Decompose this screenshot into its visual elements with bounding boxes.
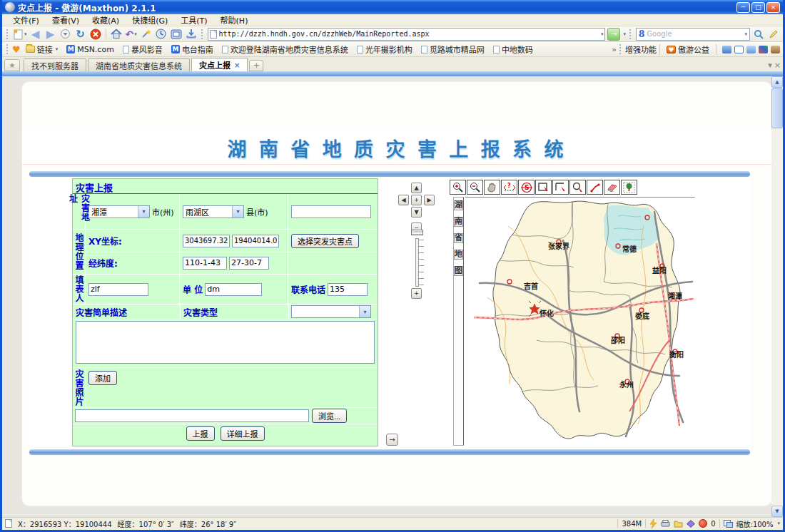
address-caret-icon[interactable]: ▾	[601, 31, 604, 37]
map-tool-full-extent[interactable]: S	[518, 180, 535, 195]
bookmark-msn[interactable]: M MSN.com	[63, 45, 118, 54]
side-char[interactable]: 南	[454, 217, 463, 227]
refresh-button[interactable]: ↻	[74, 28, 87, 41]
hunan-map-canvas[interactable]: 张家界 常德 益阳 吉首 怀化 湘潭 娄底 邵阳 衡阳 永州	[465, 197, 695, 446]
menu-file[interactable]: 文件(F)	[6, 14, 46, 26]
longitude-input[interactable]	[183, 257, 227, 270]
vertical-scrollbar[interactable]: ▲ ▼	[771, 76, 783, 517]
sidebar-icon[interactable]	[746, 46, 756, 53]
pan-center-button[interactable]: +	[411, 195, 422, 205]
menu-help[interactable]: 帮助(H)	[214, 14, 255, 26]
new-page-button[interactable]: ▾	[13, 28, 27, 41]
pan-up-button[interactable]: ▲	[411, 183, 422, 193]
file-path-input[interactable]	[75, 409, 309, 422]
scroll-up-icon[interactable]: ▲	[771, 76, 783, 88]
print-button[interactable]	[661, 520, 670, 528]
minimize-button[interactable]: ─	[736, 2, 750, 13]
tab-disaster-report[interactable]: 灾点上报 ×	[191, 58, 248, 71]
bookmark-radio[interactable]: M 电台指南	[168, 44, 217, 55]
zoom-slider-thumb[interactable]	[411, 230, 423, 235]
zoom-caret-icon[interactable]: ▾	[777, 521, 780, 526]
county-select[interactable]: 雨湖区 ▾	[183, 205, 244, 218]
undo-button[interactable]: ↶ ▾	[125, 28, 138, 41]
map-tool-zoom-rect[interactable]	[552, 180, 569, 195]
maximize-button[interactable]: □	[751, 2, 765, 13]
pan-right-button[interactable]: ▶	[424, 195, 435, 205]
menu-groups[interactable]: 快捷组(G)	[126, 14, 174, 26]
map-tool-zoom-out[interactable]	[467, 180, 483, 195]
map-tool-draw-polyline[interactable]	[587, 180, 603, 195]
history-dropdown-button[interactable]	[59, 28, 72, 41]
ad-blocker-button[interactable]	[699, 519, 707, 528]
zoom-window-button[interactable]	[724, 520, 733, 528]
search-input[interactable]: Google	[647, 30, 741, 38]
side-char[interactable]: 图	[454, 266, 463, 276]
reporter-name-input[interactable]	[88, 283, 148, 296]
close-button[interactable]: ×	[766, 2, 780, 13]
history-button[interactable]	[155, 28, 168, 41]
menu-tools[interactable]: 工具(T)	[174, 14, 213, 26]
latitude-input[interactable]	[229, 257, 269, 270]
favorites-heart-icon[interactable]: ♥	[12, 44, 21, 55]
boost-button[interactable]	[649, 519, 657, 528]
bookmark-links-folder[interactable]: 链接 ▾	[22, 44, 62, 55]
bookmark-zhongdi[interactable]: 中地数码	[490, 44, 537, 55]
map-tool-zoom-in[interactable]	[450, 180, 466, 195]
y-coordinate-input[interactable]	[232, 235, 279, 247]
city-select[interactable]: 湘潭 ▾	[88, 205, 150, 218]
maxthon-charity-button[interactable]: ♥ 傲游公益	[663, 44, 713, 55]
map-tool-layer-tree[interactable]	[621, 180, 637, 195]
tab-server-not-found[interactable]: 找不到服务器	[24, 58, 86, 71]
snapshot-button[interactable]	[170, 28, 183, 41]
pan-left-button[interactable]: ◀	[398, 195, 409, 205]
address-bar[interactable]: http://dzzh.hndh.gov.cn/dzzhWeb/MainRepo…	[208, 28, 606, 41]
map-tool-eraser[interactable]	[604, 180, 620, 195]
highlight-button[interactable]	[767, 28, 780, 41]
side-char[interactable]: 地	[454, 250, 463, 260]
security-icon[interactable]	[771, 46, 780, 53]
description-textarea[interactable]	[76, 321, 375, 364]
tab-hunan-geo-system[interactable]: 湖南省地质灾害信息系统	[88, 58, 190, 71]
map-tool-pan[interactable]	[484, 180, 500, 195]
map-tool-measure[interactable]: ?	[501, 180, 517, 195]
download-button[interactable]	[185, 28, 198, 41]
back-button[interactable]: ◀	[29, 28, 42, 41]
scroll-thumb[interactable]	[771, 88, 783, 128]
add-photo-button[interactable]: 添加	[88, 371, 117, 385]
menu-favorites[interactable]: 收藏(A)	[86, 14, 126, 26]
scroll-down-icon[interactable]: ▼	[771, 506, 783, 517]
bookmark-photo[interactable]: 光年摄影机构	[353, 44, 416, 55]
search-box[interactable]: 8 Google ▾	[636, 28, 750, 41]
proxy-icon[interactable]	[759, 46, 768, 53]
map-tool-select-circle[interactable]	[569, 180, 586, 195]
bookmark-baofeng[interactable]: 暴风影音	[119, 44, 166, 55]
address-detail-input[interactable]	[291, 205, 371, 218]
skin-icon[interactable]	[722, 46, 731, 53]
filter-button[interactable]	[687, 520, 695, 528]
detail-report-button[interactable]: 详细上报	[221, 426, 265, 441]
stop-button[interactable]	[89, 28, 102, 41]
phone-input[interactable]	[328, 283, 368, 296]
collapse-panel-button[interactable]: →	[386, 434, 398, 446]
bookmarks-overflow-button[interactable]: »	[612, 45, 617, 54]
bookmark-hunan-geo[interactable]: 欢迎登陆湖南省地质灾害信息系统	[218, 44, 352, 55]
bookmark-milu[interactable]: 觅路城市精品网	[417, 44, 488, 55]
x-coordinate-input[interactable]	[183, 235, 230, 247]
submit-report-button[interactable]: 上报	[186, 426, 215, 441]
pick-disaster-point-button[interactable]: 选择突发灾害点	[291, 234, 359, 248]
zoom-level[interactable]: 缩放:100%	[736, 518, 774, 529]
tab-star-button[interactable]: ★	[4, 59, 20, 71]
go-caret-icon[interactable]: ▾	[623, 31, 626, 37]
side-char[interactable]: 省	[454, 233, 463, 243]
folder-button[interactable]	[674, 520, 683, 528]
tab-close-all-button[interactable]: ×	[774, 61, 781, 70]
new-tab-button[interactable]: +	[249, 60, 263, 71]
search-caret-icon[interactable]: ▾	[744, 31, 747, 37]
pan-down-button[interactable]: ▼	[411, 207, 422, 218]
search-go-button[interactable]	[752, 28, 765, 41]
home-button[interactable]	[110, 28, 123, 41]
unit-input[interactable]	[205, 283, 262, 296]
enhance-features-button[interactable]: 增强功能	[625, 44, 657, 55]
disaster-type-select[interactable]: ▾	[291, 305, 371, 318]
forward-button[interactable]: ▶	[44, 28, 57, 41]
